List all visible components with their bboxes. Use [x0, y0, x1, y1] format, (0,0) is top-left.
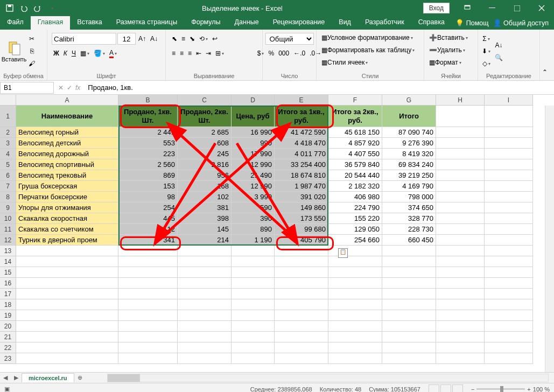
data-cell[interactable] [436, 149, 485, 159]
tab-file[interactable]: Файл [0, 16, 31, 30]
row-header[interactable]: 3 [0, 138, 16, 149]
data-cell[interactable] [485, 224, 533, 235]
tab-data[interactable]: Данные [228, 16, 266, 30]
data-cell[interactable]: 798 000 [382, 192, 436, 202]
data-cell[interactable] [436, 170, 485, 181]
data-cell[interactable]: 45 618 150 [328, 127, 382, 138]
data-cell[interactable] [485, 278, 533, 289]
wrap-text-icon[interactable]: ↩ [211, 33, 219, 45]
data-cell[interactable] [485, 246, 533, 256]
data-cell[interactable]: 956 [178, 170, 232, 181]
sort-filter-icon[interactable]: A↓ [493, 39, 504, 51]
tab-home[interactable]: Главная [31, 16, 71, 30]
save-icon[interactable] [3, 2, 16, 15]
tab-developer[interactable]: Разработчик [358, 16, 411, 30]
data-cell[interactable]: 328 770 [382, 213, 436, 224]
data-cell[interactable] [328, 332, 382, 342]
data-cell[interactable] [16, 342, 118, 353]
data-cell[interactable]: 2 816 [178, 159, 232, 170]
data-cell[interactable]: 2 685 [178, 127, 232, 138]
view-mode-buttons[interactable] [428, 384, 464, 393]
column-header[interactable]: I [485, 95, 533, 106]
data-cell[interactable]: 224 790 [328, 202, 382, 213]
minimize-icon[interactable] [480, 0, 504, 16]
column-header[interactable]: D [232, 95, 275, 106]
row-header[interactable]: 20 [0, 321, 16, 332]
data-cell[interactable] [328, 278, 382, 289]
align-center-icon[interactable]: ≡ [178, 47, 185, 59]
data-cell[interactable]: 16 990 [232, 127, 275, 138]
data-cell[interactable]: Велосипед трековый [16, 170, 118, 181]
data-cell[interactable] [16, 310, 118, 321]
paste-button[interactable]: Вставить [2, 33, 26, 69]
data-cell[interactable]: 39 219 250 [382, 170, 436, 181]
zoom-in-icon[interactable]: + [527, 386, 530, 393]
data-cell[interactable]: 12 990 [232, 181, 275, 192]
data-cell[interactable] [328, 246, 382, 256]
column-header[interactable]: H [436, 95, 485, 106]
data-cell[interactable] [382, 310, 436, 321]
cancel-formula-icon[interactable]: ✕ [58, 84, 64, 92]
percent-icon[interactable]: % [267, 47, 276, 59]
data-cell[interactable]: 145 [178, 224, 232, 235]
data-cell[interactable] [275, 256, 328, 267]
data-cell[interactable] [328, 342, 382, 353]
data-cell[interactable]: 173 550 [275, 213, 328, 224]
row-header[interactable]: 18 [0, 299, 16, 310]
new-sheet-icon[interactable]: ⊕ [74, 374, 86, 381]
data-cell[interactable]: 553 [118, 138, 178, 149]
data-cell[interactable] [16, 332, 118, 342]
decrease-font-icon[interactable]: A↓ [149, 33, 159, 45]
format-painter-icon[interactable]: 🖌 [27, 58, 37, 69]
increase-font-icon[interactable]: A↑ [137, 33, 148, 45]
data-cell[interactable] [436, 224, 485, 235]
data-cell[interactable] [436, 138, 485, 149]
row-header[interactable]: 9 [0, 202, 16, 213]
data-cell[interactable] [485, 332, 533, 342]
data-cell[interactable] [328, 256, 382, 267]
row-header[interactable]: 5 [0, 159, 16, 170]
increase-indent-icon[interactable]: ⇥ [204, 47, 213, 59]
increase-decimal-icon[interactable]: ←.0 [292, 47, 307, 59]
row-header[interactable]: 23 [0, 353, 16, 364]
header-cell[interactable]: Итого за 1кв., руб. [275, 106, 328, 127]
number-format-select[interactable]: Общий [265, 33, 314, 45]
column-header[interactable]: A [16, 95, 118, 106]
data-cell[interactable] [178, 246, 232, 256]
data-cell[interactable]: 98 [118, 192, 178, 202]
data-cell[interactable]: 4 011 770 [275, 149, 328, 159]
row-header[interactable]: 21 [0, 332, 16, 342]
comma-icon[interactable]: 000 [277, 47, 291, 59]
merge-icon[interactable]: ⊞ [214, 47, 226, 59]
row-header[interactable]: 14 [0, 256, 16, 267]
data-cell[interactable] [436, 310, 485, 321]
data-cell[interactable] [178, 353, 232, 364]
formula-input[interactable] [85, 82, 554, 93]
copy-icon[interactable]: ⎘ [27, 45, 37, 57]
ribbon-options-icon[interactable] [455, 0, 480, 16]
data-cell[interactable]: 168 [178, 181, 232, 192]
row-header[interactable]: 19 [0, 310, 16, 321]
data-cell[interactable] [118, 299, 178, 310]
data-cell[interactable] [485, 138, 533, 149]
data-cell[interactable]: 228 730 [382, 224, 436, 235]
close-icon[interactable] [529, 0, 554, 16]
tab-help[interactable]: Справка [411, 16, 452, 30]
data-cell[interactable] [232, 267, 275, 278]
data-cell[interactable] [436, 342, 485, 353]
font-name-input[interactable] [52, 33, 116, 45]
data-cell[interactable]: 1 190 [232, 235, 275, 246]
data-cell[interactable]: 129 050 [328, 224, 382, 235]
row-header[interactable]: 7 [0, 181, 16, 192]
data-cell[interactable] [275, 321, 328, 332]
data-cell[interactable]: 2 560 [118, 159, 178, 170]
tab-view[interactable]: Вид [332, 16, 358, 30]
row-header[interactable]: 22 [0, 342, 16, 353]
insert-cells-button[interactable]: ➕ Вставить [427, 32, 469, 44]
data-cell[interactable]: 3 990 [232, 192, 275, 202]
header-cell[interactable]: Цена, руб [232, 106, 275, 127]
data-cell[interactable] [436, 299, 485, 310]
data-cell[interactable] [328, 289, 382, 299]
row-header[interactable]: 2 [0, 127, 16, 138]
tab-insert[interactable]: Вставка [70, 16, 109, 30]
